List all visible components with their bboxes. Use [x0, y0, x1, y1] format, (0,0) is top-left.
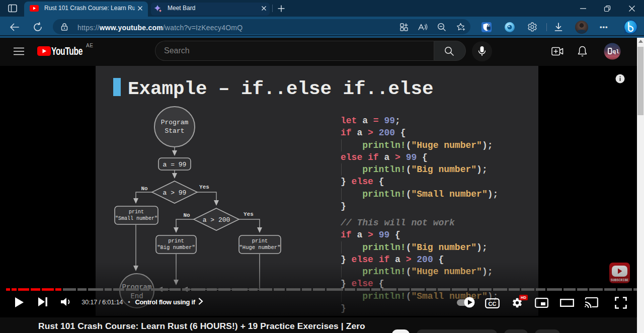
svg-text:Start: Start [165, 127, 184, 135]
svg-text:"Huge number": "Huge number" [239, 244, 281, 251]
svg-text:a > 99: a > 99 [163, 189, 187, 197]
svg-text:"Big number": "Big number" [157, 244, 195, 251]
svg-text:print: print [168, 238, 184, 244]
svg-text:print: print [129, 209, 144, 215]
svg-text:CC: CC [489, 301, 497, 307]
svg-text:Program: Program [161, 119, 189, 126]
svg-text:"Small number": "Small number" [115, 216, 157, 221]
svg-text:No: No [183, 212, 190, 218]
svg-text:No: No [141, 186, 148, 192]
svg-text:Yes: Yes [244, 211, 254, 217]
svg-text:a > 200: a > 200 [203, 216, 230, 224]
svg-text:Yes: Yes [199, 184, 209, 190]
svg-text:a = 99: a = 99 [163, 161, 187, 169]
svg-text:print: print [252, 238, 268, 244]
svg-text:ql: ql [613, 49, 620, 55]
